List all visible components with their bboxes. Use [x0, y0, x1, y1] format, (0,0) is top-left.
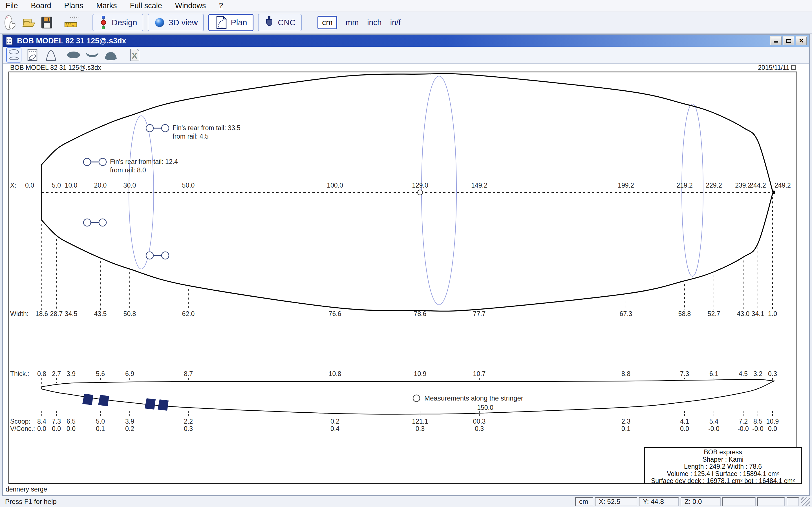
- vconc-value-2: 0.0: [66, 425, 75, 432]
- statusbar-cell-extra1: [722, 497, 756, 506]
- width-value-10: 58.8: [678, 310, 691, 318]
- width-value-0: 18.6: [36, 310, 48, 318]
- fin-front-label-line2: from rail: 4.5: [172, 133, 209, 140]
- fin-rear-label-line1: Fin's rear from tail: 12.4: [110, 158, 178, 165]
- thickness-value-7: 10.9: [414, 370, 426, 378]
- scoop-row-label: Scoop:: [10, 418, 31, 425]
- x-position-value-11: 229.2: [706, 182, 722, 189]
- thickness-value-14: 0.3: [768, 370, 777, 378]
- fin-marker-front-top-circle-1[interactable]: [146, 124, 153, 132]
- vconc-value-12: -0.0: [738, 425, 749, 432]
- fin-box-2: [98, 395, 109, 406]
- width-value-11: 52.7: [708, 310, 720, 318]
- width-value-2: 34.5: [65, 310, 78, 318]
- fin-marker-rear-top-circle-1[interactable]: [84, 158, 91, 166]
- statusbar-cell-extra2: [757, 497, 785, 506]
- fin-marker-front-bottom-circle-2[interactable]: [161, 252, 169, 259]
- statusbar-cell-unit: cm: [575, 497, 593, 506]
- thickness-row-label: Thick.:: [10, 370, 29, 378]
- fin-marker-rear-bottom-circle-1[interactable]: [84, 219, 91, 226]
- vconc-value-4: 0.2: [125, 425, 134, 432]
- thickness-value-0: 0.8: [37, 370, 46, 378]
- fin-marker-front-bottom-circle-1[interactable]: [146, 252, 153, 259]
- x-position-value-6: 100.0: [327, 182, 343, 189]
- thickness-value-3: 5.6: [96, 370, 105, 378]
- width-value-5: 62.0: [182, 310, 195, 318]
- width-value-12: 43.0: [737, 310, 750, 318]
- vconc-row-label: V/Conc.:: [10, 425, 35, 432]
- width-value-4: 50.8: [123, 310, 136, 318]
- width-value-7: 78.6: [414, 310, 426, 318]
- vconc-value-13: -0.0: [752, 425, 763, 432]
- vconc-value-7: 0.3: [416, 425, 424, 432]
- vconc-value-6: 0.4: [331, 425, 340, 432]
- fin-marker-rear-top-circle-2[interactable]: [99, 158, 106, 166]
- width-value-6: 76.6: [329, 310, 342, 318]
- fin-rear-label-line2: from rail: 8.0: [110, 166, 146, 174]
- fin-marker-rear-bottom-circle-2[interactable]: [99, 219, 106, 226]
- vconc-value-3: 0.1: [96, 425, 105, 432]
- scoop-value-9: 2.3: [621, 418, 630, 425]
- thickness-value-1: 2.7: [52, 370, 61, 378]
- x-position-row-label: X:: [10, 182, 16, 189]
- x-position-value-9: 199.2: [618, 182, 634, 189]
- thickness-value-10: 7.3: [680, 370, 689, 378]
- vconc-value-11: -0.0: [708, 425, 719, 432]
- x-position-value-10: 219.2: [676, 182, 693, 189]
- scoop-value-14: 10.9: [766, 418, 779, 425]
- fin-box-3: [145, 398, 156, 409]
- scoop-value-0: 8.4: [37, 418, 46, 425]
- vconc-value-1: 0.0: [52, 425, 61, 432]
- scoop-value-1: 7.3: [52, 418, 61, 425]
- scoop-value-11: 5.4: [709, 418, 718, 425]
- x-position-value-14: 249.2: [774, 182, 791, 189]
- thickness-value-9: 8.8: [621, 370, 630, 378]
- fin-marker-front-top-circle-2[interactable]: [161, 124, 169, 132]
- statusbar-cell-x: X: 52.5: [595, 497, 637, 506]
- fin-box-1: [82, 394, 93, 405]
- x-position-value-8: 149.2: [471, 182, 488, 189]
- stringer-radio[interactable]: [413, 395, 420, 402]
- statusbar-cell-extra3: [786, 497, 799, 506]
- scoop-value-8: 00.3: [473, 418, 486, 425]
- thickness-value-4: 6.9: [125, 370, 134, 378]
- statusbar-cells: cmX: 52.5Y: 44.8Z: 0.0: [575, 497, 799, 506]
- x-position-value-1: 5.0: [52, 182, 61, 189]
- slice-ellipse-nose: [682, 104, 703, 276]
- width-value-8: 77.7: [473, 310, 486, 318]
- thickness-value-11: 6.1: [709, 370, 718, 378]
- thickness-value-12: 4.5: [739, 370, 748, 378]
- stringer-note-label: Measurements along the stringer: [424, 394, 523, 402]
- thickness-value-5: 8.7: [184, 370, 193, 378]
- x-position-value-7: 129.0: [412, 182, 428, 189]
- vconc-value-8: 0.3: [475, 425, 484, 432]
- thickness-value-8: 10.7: [473, 370, 486, 378]
- x-position-value-3: 20.0: [94, 182, 107, 189]
- scoop-value-7: 121.1: [412, 418, 428, 425]
- scoop-value-2: 6.5: [66, 418, 75, 425]
- width-value-3: 43.5: [94, 310, 107, 318]
- scoop-value-10: 4.1: [680, 418, 689, 425]
- x-position-value-13: 244.2: [750, 182, 766, 189]
- scoop-value-12: 7.2: [739, 418, 748, 425]
- fin-front-label-line1: Fin's rear from tail: 33.5: [172, 124, 241, 131]
- wide-point-marker[interactable]: [417, 190, 423, 195]
- vconc-value-0: 0.0: [37, 425, 46, 432]
- scoop-value-3: 5.0: [96, 418, 105, 425]
- x-position-value-12: 239.2: [735, 182, 751, 189]
- thickness-value-2: 3.9: [66, 370, 75, 378]
- vconc-value-5: 0.3: [184, 425, 193, 432]
- thickness-value-13: 3.2: [753, 370, 762, 378]
- scoop-value-5: 2.2: [184, 418, 193, 425]
- x-position-value-2: 10.0: [65, 182, 78, 189]
- width-row-label: Width:: [10, 310, 29, 318]
- resize-grip-icon[interactable]: [801, 497, 810, 506]
- width-value-13: 34.1: [752, 310, 764, 318]
- thickness-value-6: 10.8: [329, 370, 342, 378]
- scoop-value-4: 3.9: [125, 418, 134, 425]
- width-value-14: 1.0: [768, 310, 777, 318]
- width-value-9: 67.3: [620, 310, 632, 318]
- width-value-1: 28.7: [50, 310, 63, 318]
- statusbar: Press F1 for help cmX: 52.5Y: 44.8Z: 0.0: [0, 496, 812, 507]
- x-position-value-0: 0.0: [25, 182, 34, 189]
